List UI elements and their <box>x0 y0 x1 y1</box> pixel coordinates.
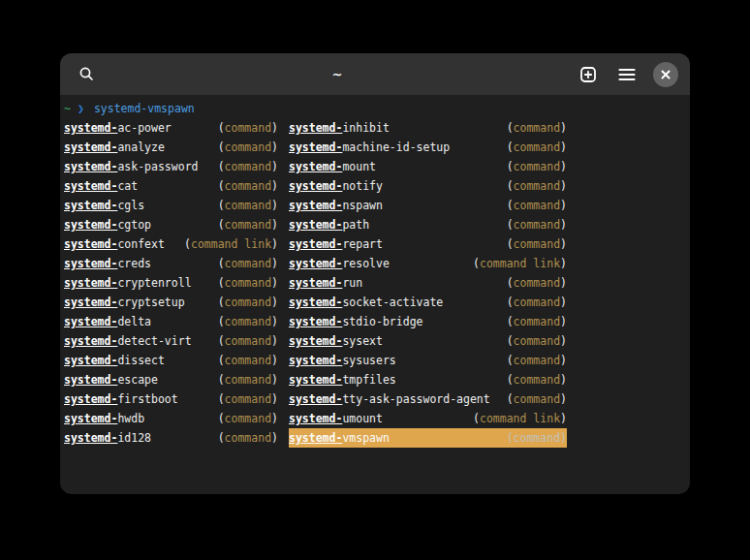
completion-suffix: escape <box>117 373 158 387</box>
completion-suffix: notify <box>342 179 383 193</box>
completion-item-id128[interactable]: systemd-id128(command) <box>64 428 278 448</box>
completion-name: systemd-mount <box>289 157 376 176</box>
completion-suffix: sysusers <box>342 354 395 367</box>
completion-item-inhibit[interactable]: systemd-inhibit(command) <box>289 118 567 138</box>
completion-item-ask-password[interactable]: systemd-ask-password(command) <box>64 157 278 176</box>
completion-item-repart[interactable]: systemd-repart(command) <box>289 234 567 254</box>
completion-item-cryptenroll[interactable]: systemd-cryptenroll(command) <box>64 273 278 293</box>
completion-prefix: systemd- <box>289 218 342 232</box>
completion-name: systemd-socket-activate <box>289 293 443 312</box>
prompt-arrow: ❯ <box>78 102 84 115</box>
completion-prefix: systemd- <box>289 160 342 173</box>
completion-prefix: systemd- <box>64 179 117 193</box>
completion-name: systemd-ac-power <box>64 118 172 138</box>
close-button[interactable] <box>651 60 680 89</box>
hamburger-menu-icon <box>618 68 636 81</box>
completion-item-delta[interactable]: systemd-delta(command) <box>64 312 278 331</box>
menu-button[interactable] <box>612 60 641 89</box>
completion-item-path[interactable]: systemd-path(command) <box>289 215 567 234</box>
completion-item-socket-activate[interactable]: systemd-socket-activate(command) <box>289 293 567 312</box>
completion-item-creds[interactable]: systemd-creds(command) <box>64 254 278 273</box>
completion-prefix: systemd- <box>64 257 117 270</box>
new-tab-button[interactable] <box>574 60 603 89</box>
completion-item-run[interactable]: systemd-run(command) <box>289 273 567 293</box>
completion-item-detect-virt[interactable]: systemd-detect-virt(command) <box>64 331 278 351</box>
completion-suffix: cryptsetup <box>117 296 184 309</box>
completion-item-tmpfiles[interactable]: systemd-tmpfiles(command) <box>289 370 567 389</box>
completion-item-cgtop[interactable]: systemd-cgtop(command) <box>64 215 278 234</box>
completion-item-firstboot[interactable]: systemd-firstboot(command) <box>64 389 278 409</box>
completion-row: systemd-id128(command)systemd-vmspawn(co… <box>64 428 686 448</box>
completion-item-stdio-bridge[interactable]: systemd-stdio-bridge(command) <box>289 312 567 331</box>
completion-row: systemd-creds(command)systemd-resolve(co… <box>64 254 686 273</box>
completion-prefix: systemd- <box>289 121 342 135</box>
completion-description: (command) <box>507 370 567 389</box>
completion-description: (command) <box>507 138 567 157</box>
completion-suffix: cgtop <box>117 218 151 232</box>
completion-description: (command) <box>218 312 278 331</box>
completion-name: systemd-id128 <box>64 428 151 448</box>
terminal-screen[interactable]: ~❯systemd-vmspawn systemd-ac-power(comma… <box>60 95 690 448</box>
completion-item-machine-id-setup[interactable]: systemd-machine-id-setup(command) <box>289 138 567 157</box>
completion-item-cat[interactable]: systemd-cat(command) <box>64 176 278 196</box>
completion-row: systemd-cat(command)systemd-notify(comma… <box>64 176 686 196</box>
completion-name: systemd-vmspawn <box>289 428 390 448</box>
completion-description: (command) <box>218 157 278 176</box>
completion-suffix: ask-password <box>117 160 198 173</box>
completion-item-ac-power[interactable]: systemd-ac-power(command) <box>64 118 278 138</box>
completion-suffix: cat <box>117 179 138 193</box>
completion-suffix: sysext <box>342 334 383 348</box>
completion-suffix: delta <box>117 315 151 328</box>
new-tab-icon <box>579 66 597 83</box>
completion-item-vmspawn[interactable]: systemd-vmspawn(command) <box>289 428 567 448</box>
completion-prefix: systemd- <box>289 373 342 387</box>
completion-item-sysusers[interactable]: systemd-sysusers(command) <box>289 351 567 370</box>
prompt-line: ~❯systemd-vmspawn <box>64 99 686 118</box>
completion-name: systemd-tty-ask-password-agent <box>289 389 490 409</box>
completion-prefix: systemd- <box>289 334 342 348</box>
search-button[interactable] <box>72 60 101 89</box>
completion-item-cgls[interactable]: systemd-cgls(command) <box>64 196 278 215</box>
completion-suffix: tty-ask-password-agent <box>342 392 489 406</box>
completion-suffix: cgls <box>117 199 144 212</box>
completion-item-escape[interactable]: systemd-escape(command) <box>64 370 278 389</box>
search-icon <box>78 66 95 82</box>
completion-prefix: systemd- <box>289 276 342 290</box>
completion-item-analyze[interactable]: systemd-analyze(command) <box>64 138 278 157</box>
completion-description: (command) <box>507 176 567 196</box>
completion-description: (command) <box>218 176 278 196</box>
completion-suffix: nspawn <box>342 199 383 212</box>
completion-item-tty-ask-password-agent[interactable]: systemd-tty-ask-password-agent(command) <box>289 389 567 409</box>
completion-item-resolve[interactable]: systemd-resolve(command link) <box>289 254 567 273</box>
completion-name: systemd-escape <box>64 370 158 389</box>
completion-name: systemd-detect-virt <box>64 331 192 351</box>
completion-description: (command) <box>218 215 278 234</box>
completion-item-confext[interactable]: systemd-confext(command link) <box>64 234 278 254</box>
completion-item-dissect[interactable]: systemd-dissect(command) <box>64 351 278 370</box>
headerbar: ~ <box>60 53 690 95</box>
completion-item-notify[interactable]: systemd-notify(command) <box>289 176 567 196</box>
completion-description: (command) <box>218 196 278 215</box>
completion-suffix: confext <box>117 237 164 251</box>
completion-name: systemd-ask-password <box>64 157 198 176</box>
completion-suffix: ac-power <box>117 121 171 135</box>
completion-description: (command) <box>507 312 567 331</box>
completion-prefix: systemd- <box>289 431 342 445</box>
completion-item-nspawn[interactable]: systemd-nspawn(command) <box>289 196 567 215</box>
completion-description: (command) <box>507 331 567 351</box>
completion-prefix: systemd- <box>289 237 342 251</box>
completion-description: (command) <box>218 254 278 273</box>
completion-item-mount[interactable]: systemd-mount(command) <box>289 157 567 176</box>
completion-description: (command) <box>218 331 278 351</box>
completion-suffix: firstboot <box>117 392 177 406</box>
completion-suffix: detect-virt <box>117 334 191 348</box>
completion-prefix: systemd- <box>64 140 117 154</box>
completion-item-cryptsetup[interactable]: systemd-cryptsetup(command) <box>64 293 278 312</box>
completion-item-hwdb[interactable]: systemd-hwdb(command) <box>64 409 278 428</box>
completion-description: (command link) <box>473 409 567 428</box>
completion-name: systemd-stdio-bridge <box>289 312 422 331</box>
completion-item-umount[interactable]: systemd-umount(command link) <box>289 409 567 428</box>
completion-item-sysext[interactable]: systemd-sysext(command) <box>289 331 567 351</box>
completion-name: systemd-sysext <box>289 331 383 351</box>
completion-prefix: systemd- <box>64 315 117 328</box>
